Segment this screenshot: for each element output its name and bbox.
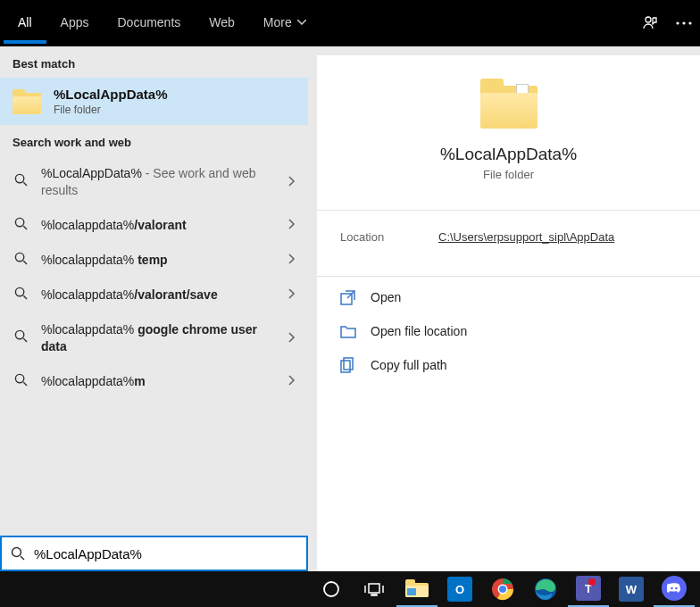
chevron-right-icon[interactable] (288, 252, 296, 268)
action-open-file-location[interactable]: Open file location (326, 314, 691, 348)
best-match-label: Best match (0, 46, 308, 78)
svg-point-19 (499, 586, 506, 593)
search-result[interactable]: %localappdata% google chrome user data (0, 312, 308, 364)
tab-web[interactable]: Web (195, 3, 249, 44)
tab-more[interactable]: More (249, 3, 321, 44)
best-match-title: %LocalAppData% (54, 87, 168, 102)
svg-point-6 (15, 253, 23, 261)
chevron-right-icon[interactable] (288, 373, 296, 389)
tab-documents[interactable]: Documents (103, 3, 195, 44)
taskbar-teams[interactable]: T (568, 571, 609, 607)
options-icon[interactable] (675, 14, 693, 32)
best-match-subtitle: File folder (54, 104, 168, 116)
folder-open-icon (340, 323, 356, 339)
search-icon (12, 252, 29, 269)
chevron-down-icon (297, 20, 306, 25)
search-filter-tabs: All Apps Documents Web More (0, 0, 700, 46)
search-input[interactable] (34, 546, 297, 561)
svg-point-9 (15, 374, 23, 382)
result-text: %LocalAppData% - See work and web result… (41, 165, 276, 199)
best-match-item[interactable]: %LocalAppData% File folder (0, 78, 308, 125)
location-path-link[interactable]: C:\Users\erpsupport_sipl\AppData (438, 230, 614, 244)
taskbar-file-explorer[interactable] (396, 571, 438, 607)
svg-point-13 (12, 548, 21, 557)
taskbar: O T W (0, 571, 700, 607)
svg-point-7 (15, 287, 23, 295)
search-result[interactable]: %LocalAppData% - See work and web result… (0, 156, 308, 208)
taskbar-edge[interactable] (525, 571, 566, 607)
svg-rect-12 (341, 361, 350, 372)
taskbar-word[interactable]: W (611, 571, 652, 607)
tab-apps[interactable]: Apps (46, 3, 104, 44)
action-copy-full-path[interactable]: Copy full path (326, 348, 691, 382)
search-icon (11, 546, 25, 561)
folder-icon (12, 89, 41, 114)
location-label: Location (340, 230, 438, 244)
action-label: Open file location (371, 324, 467, 338)
search-web-label: Search work and web (0, 125, 308, 156)
result-text: %localappdata%/valorant/save (41, 287, 276, 304)
chevron-right-icon[interactable] (288, 217, 296, 233)
taskbar-discord[interactable] (654, 571, 695, 607)
svg-point-4 (15, 175, 23, 183)
svg-point-21 (671, 587, 673, 590)
result-text: %localappdata% google chrome user data (41, 321, 276, 355)
search-icon (12, 287, 29, 304)
svg-rect-11 (344, 358, 353, 370)
taskbar-outlook[interactable]: O (439, 571, 480, 607)
taskbar-cortana[interactable] (311, 571, 352, 607)
search-icon (12, 217, 29, 234)
search-icon (12, 173, 29, 190)
tab-all[interactable]: All (4, 3, 46, 44)
chevron-right-icon[interactable] (288, 174, 296, 190)
action-label: Copy full path (371, 358, 447, 372)
svg-rect-16 (371, 595, 377, 595)
result-text: %localappdata% temp (41, 252, 276, 269)
taskbar-task-view[interactable] (354, 571, 395, 607)
result-text: %localappdata%m (41, 373, 276, 390)
action-label: Open (371, 290, 401, 304)
svg-point-14 (324, 582, 338, 596)
svg-point-8 (15, 331, 23, 339)
chevron-right-icon[interactable] (288, 287, 296, 303)
svg-point-2 (682, 21, 685, 24)
folder-icon-large (480, 79, 538, 129)
search-bar[interactable] (0, 536, 308, 571)
search-result[interactable]: %localappdata%m (0, 364, 308, 399)
svg-point-3 (688, 21, 691, 24)
taskbar-chrome[interactable] (482, 571, 523, 607)
copy-icon (340, 357, 356, 373)
preview-title: %LocalAppData% (440, 145, 577, 164)
search-icon (12, 329, 29, 346)
preview-panel: %LocalAppData% File folder Location C:\U… (308, 46, 700, 571)
svg-point-22 (675, 587, 678, 590)
svg-rect-15 (369, 584, 379, 593)
search-result[interactable]: %localappdata%/valorant/save (0, 278, 308, 312)
open-icon (340, 289, 356, 305)
chevron-right-icon[interactable] (288, 330, 296, 346)
search-result[interactable]: %localappdata%/valorant (0, 208, 308, 243)
svg-point-5 (15, 218, 23, 226)
svg-point-1 (676, 21, 679, 24)
preview-subtitle: File folder (483, 168, 534, 181)
feedback-icon[interactable] (641, 14, 659, 32)
result-text: %localappdata%/valorant (41, 217, 276, 234)
action-open[interactable]: Open (326, 280, 691, 314)
results-panel: Best match %LocalAppData% File folder Se… (0, 46, 308, 571)
search-result[interactable]: %localappdata% temp (0, 243, 308, 278)
svg-point-0 (646, 17, 651, 22)
search-icon (12, 373, 29, 390)
